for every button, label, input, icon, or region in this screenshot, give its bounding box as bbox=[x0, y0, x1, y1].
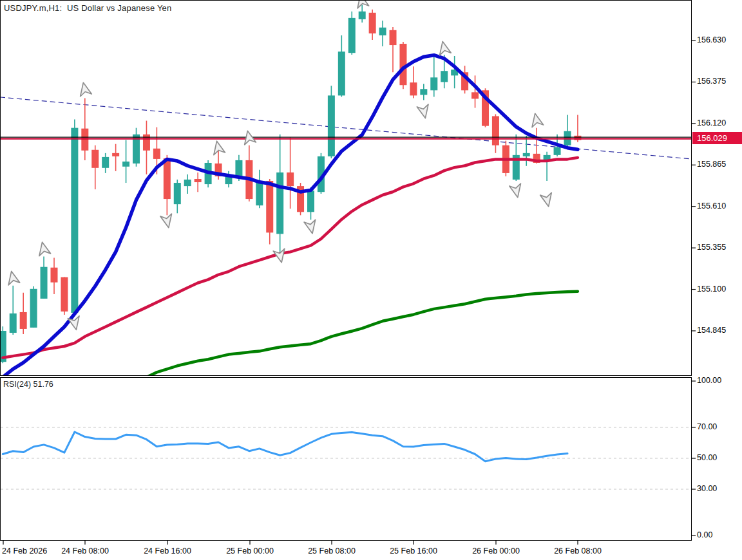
time-tick-label: 25 Feb 16:00 bbox=[390, 546, 437, 555]
price-tick-label: 155.865 bbox=[697, 160, 726, 169]
bull-candle-body bbox=[30, 289, 37, 328]
fast-ma-blue-line bbox=[3, 55, 578, 377]
slow-ma-green-line bbox=[147, 292, 578, 377]
chart-symbol-title: USDJPY.m,H1: US Dollar vs Japanese Yen bbox=[4, 3, 171, 13]
price-tick-label: 156.120 bbox=[697, 118, 726, 127]
bear-candle-body bbox=[287, 173, 294, 186]
price-tick-label: 155.610 bbox=[697, 201, 726, 210]
price-tick-label: 156.630 bbox=[697, 35, 726, 44]
price-tick-label: 155.100 bbox=[697, 285, 726, 294]
time-tick-label: 24 Feb 08:00 bbox=[61, 546, 109, 555]
price-tick-label: 155.355 bbox=[697, 243, 726, 252]
bear-candle-body bbox=[153, 149, 160, 159]
bear-candle-body bbox=[112, 153, 119, 156]
time-tick-label: 24 Feb 2026 bbox=[2, 546, 47, 555]
bull-candle-body bbox=[328, 95, 335, 156]
fractal-up-arrow-icon bbox=[78, 81, 92, 96]
rsi-tick-label: 70.00 bbox=[697, 422, 717, 431]
bull-candle-body bbox=[307, 191, 314, 212]
bull-candle-body bbox=[441, 71, 448, 82]
time-tick-label: 25 Feb 00:00 bbox=[226, 546, 274, 555]
rsi-line bbox=[3, 432, 567, 462]
bear-candle-body bbox=[471, 92, 479, 98]
time-tick-label: 24 Feb 16:00 bbox=[144, 546, 191, 555]
fractal-down-arrow-icon bbox=[417, 104, 431, 119]
bull-candle-body bbox=[379, 28, 386, 35]
bear-candle-body bbox=[410, 82, 417, 95]
bull-candle-body bbox=[554, 147, 561, 155]
time-tick-label: 26 Feb 08:00 bbox=[554, 546, 602, 555]
bull-candle-body bbox=[430, 77, 437, 90]
bull-candle-body bbox=[174, 183, 181, 204]
rsi-panel-border bbox=[1, 378, 692, 541]
bull-candle-body bbox=[102, 157, 109, 168]
fractal-up-arrow-icon bbox=[529, 112, 544, 127]
bear-candle-body bbox=[390, 30, 397, 45]
rsi-tick-label: 100.00 bbox=[697, 376, 721, 385]
bull-candle-body bbox=[41, 267, 48, 299]
bull-candle-body bbox=[276, 173, 283, 234]
bear-candle-body bbox=[399, 44, 406, 85]
fractal-down-arrow-icon bbox=[304, 219, 318, 234]
fractal-up-arrow-icon bbox=[437, 41, 451, 55]
rsi-tick-label: 0.00 bbox=[697, 530, 712, 539]
rsi-panel[interactable] bbox=[1, 427, 691, 489]
bull-candle-body bbox=[10, 313, 17, 333]
bull-candle-body bbox=[122, 162, 129, 167]
bear-candle-body bbox=[195, 179, 202, 182]
bull-candle-body bbox=[184, 180, 191, 186]
fractal-down-arrow-icon bbox=[160, 214, 175, 229]
bull-candle-body bbox=[348, 18, 356, 53]
fractal-up-arrow-icon bbox=[37, 241, 51, 256]
bull-candle-body bbox=[256, 182, 263, 205]
main-panel-border bbox=[1, 1, 692, 376]
bear-candle-body bbox=[51, 268, 58, 283]
bear-candle-body bbox=[61, 277, 68, 312]
rsi-tick-label: 30.00 bbox=[697, 484, 717, 493]
fractal-up-arrow-icon bbox=[6, 270, 20, 285]
bull-candle-body bbox=[71, 128, 78, 313]
price-tick-label: 154.845 bbox=[697, 326, 726, 335]
price-tick-label: 156.375 bbox=[697, 77, 726, 86]
fractal-down-arrow-icon bbox=[540, 192, 555, 207]
bull-candle-body bbox=[420, 89, 427, 95]
bear-candle-body bbox=[369, 13, 376, 33]
time-tick-label: 25 Feb 08:00 bbox=[308, 546, 356, 555]
current-price-tag: 156.029 bbox=[692, 132, 742, 144]
main-panel[interactable] bbox=[0, 0, 691, 377]
rsi-tick-label: 50.00 bbox=[697, 453, 717, 462]
bull-candle-body bbox=[523, 153, 530, 156]
trading-chart-window: USDJPY.m,H1: US Dollar vs Japanese Yen R… bbox=[0, 0, 742, 560]
rsi-indicator-label: RSI(24) 51.76 bbox=[3, 380, 53, 389]
time-tick-label: 26 Feb 00:00 bbox=[472, 546, 520, 555]
bear-candle-body bbox=[91, 150, 99, 168]
bear-candle-body bbox=[492, 116, 499, 145]
bear-candle-body bbox=[164, 158, 171, 199]
fractal-down-arrow-icon bbox=[509, 183, 524, 198]
bull-candle-body bbox=[338, 51, 345, 95]
bear-candle-body bbox=[20, 312, 27, 329]
chart-canvas[interactable] bbox=[0, 0, 742, 560]
bull-candle-body bbox=[359, 12, 366, 19]
bear-candle-body bbox=[266, 181, 273, 232]
